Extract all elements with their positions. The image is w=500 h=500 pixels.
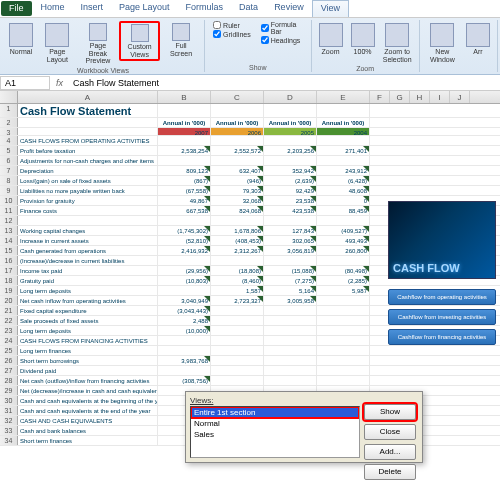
data-cell[interactable] (211, 336, 264, 345)
data-cell[interactable] (158, 156, 211, 165)
data-cell[interactable]: 632,407 (211, 166, 264, 175)
row-header[interactable]: 23 (0, 326, 18, 335)
operating-activities-button[interactable]: Cashflow from operating activities (388, 289, 496, 305)
data-cell[interactable]: 2,552,572 (211, 146, 264, 155)
data-cell[interactable] (264, 346, 317, 355)
data-cell[interactable] (158, 336, 211, 345)
row-header[interactable]: 8 (0, 176, 18, 185)
ruler-checkbox[interactable]: Ruler (213, 21, 251, 29)
list-item[interactable]: Entire 1st section (191, 407, 359, 418)
col-header-d[interactable]: D (264, 91, 317, 103)
row-label[interactable]: Depreciation (18, 166, 158, 175)
page-layout-button[interactable]: Page Layout (38, 21, 77, 65)
data-cell[interactable]: 1,587 (211, 286, 264, 295)
row-header[interactable]: 4 (0, 136, 18, 145)
data-cell[interactable]: (867) (158, 176, 211, 185)
row-label[interactable]: Sale proceeds of fixed assets (18, 316, 158, 325)
data-cell[interactable] (211, 356, 264, 365)
data-cell[interactable]: 302,065 (264, 236, 317, 245)
col-header-f[interactable]: F (370, 91, 390, 103)
row-header[interactable]: 33 (0, 426, 18, 435)
data-cell[interactable]: (3,043,443) (158, 306, 211, 315)
data-cell[interactable]: (2,639) (264, 176, 317, 185)
data-cell[interactable]: 3,005,958 (264, 296, 317, 305)
data-cell[interactable] (158, 366, 211, 375)
normal-view-button[interactable]: Normal (6, 21, 36, 58)
data-cell[interactable]: 48,608 (317, 186, 370, 195)
col-header-c[interactable]: C (211, 91, 264, 103)
data-cell[interactable] (317, 216, 370, 225)
zoom-100-button[interactable]: 100% (348, 21, 378, 58)
data-cell[interactable]: (7,275) (264, 276, 317, 285)
page-break-preview-button[interactable]: Page Break Preview (79, 21, 118, 67)
financing-activities-button[interactable]: Cashflow from financing activities (388, 329, 496, 345)
data-cell[interactable]: 260,800 (317, 246, 370, 255)
data-cell[interactable]: 824,068 (211, 206, 264, 215)
row-label[interactable]: CASH FLOWS FROM FINANCING ACTIVITIES (18, 336, 158, 345)
data-cell[interactable] (211, 376, 264, 385)
data-cell[interactable] (317, 136, 370, 145)
data-cell[interactable]: (308,756) (158, 376, 211, 385)
views-listbox[interactable]: Entire 1st section Normal Sales (190, 406, 360, 458)
add-button[interactable]: Add... (364, 444, 416, 460)
row-header[interactable]: 29 (0, 386, 18, 395)
data-cell[interactable] (264, 256, 317, 265)
title-cell[interactable]: Cash Flow Statement (18, 104, 158, 117)
data-cell[interactable]: 271,401 (317, 146, 370, 155)
col-header-g[interactable]: G (390, 91, 410, 103)
row-header[interactable]: 3 (0, 128, 18, 135)
row-header[interactable]: 20 (0, 296, 18, 305)
data-cell[interactable]: 243,912 (317, 166, 370, 175)
data-cell[interactable] (264, 156, 317, 165)
data-cell[interactable] (211, 346, 264, 355)
row-header[interactable]: 24 (0, 336, 18, 345)
data-cell[interactable]: (10,803) (158, 276, 211, 285)
row-label[interactable]: Dividend paid (18, 366, 158, 375)
row-header[interactable]: 1 (0, 104, 18, 117)
data-cell[interactable]: 5,164 (264, 286, 317, 295)
delete-button[interactable]: Delete (364, 464, 416, 480)
formula-bar-checkbox[interactable]: Formula Bar (261, 21, 303, 35)
data-cell[interactable]: 3,040,949 (158, 296, 211, 305)
select-all-corner[interactable] (0, 91, 18, 103)
row-header[interactable]: 15 (0, 246, 18, 255)
row-header[interactable]: 17 (0, 266, 18, 275)
data-cell[interactable] (317, 326, 370, 335)
data-cell[interactable] (211, 326, 264, 335)
row-label[interactable]: (Increase)/decrease in current liabiliti… (18, 256, 158, 265)
data-cell[interactable] (211, 156, 264, 165)
data-cell[interactable] (317, 316, 370, 325)
row-header[interactable]: 2 (0, 118, 18, 127)
gridlines-checkbox[interactable]: Gridlines (213, 30, 251, 38)
col-header-e[interactable]: E (317, 91, 370, 103)
tab-page-layout[interactable]: Page Layout (111, 0, 178, 17)
data-cell[interactable] (264, 376, 317, 385)
data-cell[interactable] (264, 356, 317, 365)
data-cell[interactable] (317, 366, 370, 375)
col-header-i[interactable]: I (430, 91, 450, 103)
new-window-button[interactable]: New Window (424, 21, 461, 65)
data-cell[interactable]: 23,538 (264, 196, 317, 205)
row-header[interactable]: 16 (0, 256, 18, 265)
row-header[interactable]: 32 (0, 416, 18, 425)
data-cell[interactable]: (946) (211, 176, 264, 185)
row-label[interactable]: Liabilities no more payable written back (18, 186, 158, 195)
data-cell[interactable]: 88,459 (317, 206, 370, 215)
data-cell[interactable] (211, 256, 264, 265)
row-header[interactable]: 19 (0, 286, 18, 295)
data-cell[interactable]: 1,678,806 (211, 226, 264, 235)
data-cell[interactable]: 127,843 (264, 226, 317, 235)
row-header[interactable]: 21 (0, 306, 18, 315)
data-cell[interactable]: 2,723,327 (211, 296, 264, 305)
row-label[interactable]: Provision for gratuity (18, 196, 158, 205)
data-cell[interactable] (211, 216, 264, 225)
data-cell[interactable]: 3,056,819 (264, 246, 317, 255)
col-header-h[interactable]: H (410, 91, 430, 103)
data-cell[interactable]: (18,808) (211, 266, 264, 275)
data-cell[interactable]: 5,987 (317, 286, 370, 295)
row-label[interactable]: Fixed capital expenditure (18, 306, 158, 315)
data-cell[interactable]: 2,203,256 (264, 146, 317, 155)
data-cell[interactable] (317, 346, 370, 355)
row-label[interactable]: Income tax paid (18, 266, 158, 275)
row-header[interactable]: 11 (0, 206, 18, 215)
